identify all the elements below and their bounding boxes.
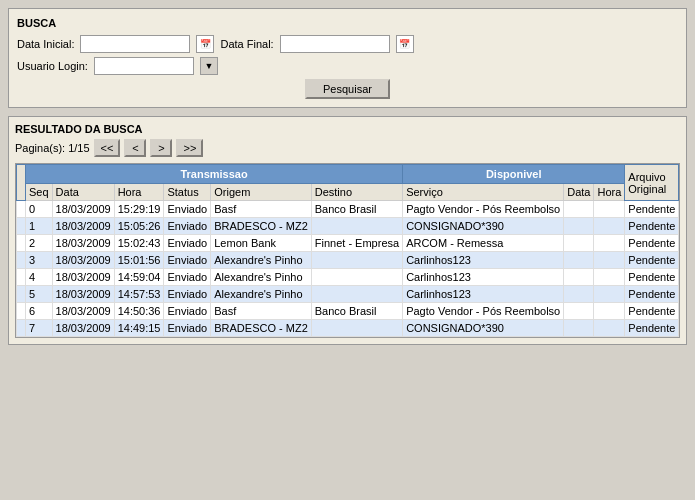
usuario-dropdown-btn[interactable]: ▼ (200, 57, 218, 75)
table-cell: BRADESCO - MZ2 (211, 218, 312, 235)
table-cell: 15:29:19 (114, 201, 164, 218)
table-cell (311, 269, 402, 286)
pagination-label: Pagina(s): 1/15 (15, 142, 90, 154)
table-cell: Enviado (164, 201, 211, 218)
pesquisar-button[interactable]: Pesquisar (305, 79, 390, 99)
table-cell: 15:02:43 (114, 235, 164, 252)
th-empty (17, 165, 26, 201)
date-row: Data Inicial: 📅 Data Final: 📅 (17, 35, 678, 53)
table-cell: Banco Brasil (311, 201, 402, 218)
table-cell: Pagto Vendor - Pós Reembolso (403, 303, 564, 320)
table-cell: Enviado (164, 320, 211, 337)
table-cell: 14:57:53 (114, 286, 164, 303)
pagination-last-btn[interactable]: >> (176, 139, 203, 157)
table-body: 018/03/200915:29:19EnviadoBasfBanco Bras… (17, 201, 681, 337)
table-cell: COLGATE.20090318150500 (679, 218, 680, 235)
data-inicial-calendar-btn[interactable]: 📅 (196, 35, 214, 53)
table-cell: COLGATE.ORSA (679, 252, 680, 269)
th-status-t: Status (164, 184, 211, 201)
table-cell: Pendente (625, 269, 679, 286)
table-cell: Finnet - Empresa (311, 235, 402, 252)
table-cell (564, 303, 594, 320)
table-cell (311, 286, 402, 303)
table-cell: 18/03/2009 (52, 286, 114, 303)
table-cell: Enviado (164, 218, 211, 235)
table-cell: 18/03/2009 (52, 252, 114, 269)
search-btn-row: Pesquisar (17, 79, 678, 99)
table-cell (594, 235, 625, 252)
table-row[interactable]: 518/03/200914:57:53EnviadoAlexandre's Pi… (17, 286, 681, 303)
table-cell (564, 252, 594, 269)
table-cell (17, 252, 26, 269)
data-final-calendar-btn[interactable]: 📅 (396, 35, 414, 53)
table-cell (594, 286, 625, 303)
table-cell (594, 269, 625, 286)
table-cell (594, 252, 625, 269)
table-row[interactable]: 218/03/200915:02:43EnviadoLemon BankFinn… (17, 235, 681, 252)
th-servico: Serviço (403, 184, 564, 201)
table-cell (17, 303, 26, 320)
th-data-t: Data (52, 184, 114, 201)
table-cell: Banco Brasil (311, 303, 402, 320)
usuario-login-input[interactable] (94, 57, 194, 75)
table-cell (311, 320, 402, 337)
table-cell: Carlinhos123 (403, 252, 564, 269)
table-row[interactable]: 018/03/200915:29:19EnviadoBasfBanco Bras… (17, 201, 681, 218)
table-cell: Basf (211, 201, 312, 218)
th-hora-d: Hora (594, 184, 625, 201)
table-row[interactable]: 718/03/200914:49:15EnviadoBRADESCO - MZ2… (17, 320, 681, 337)
pagination-prev-btn[interactable]: < (124, 139, 146, 157)
table-cell: Pendente (625, 218, 679, 235)
results-table-container: Transmissao Disponivel Arquivo Original … (15, 163, 680, 338)
table-cell: Enviado (164, 252, 211, 269)
table-row[interactable]: 618/03/200914:50:36EnviadoBasfBanco Bras… (17, 303, 681, 320)
pagination-row: Pagina(s): 1/15 << < > >> (15, 139, 680, 157)
table-cell: Pendente (625, 286, 679, 303)
table-cell: 2 (26, 235, 53, 252)
table-cell: ARCOM - Remessa (403, 235, 564, 252)
table-cell: Carlinhos123 (403, 269, 564, 286)
table-cell: Enviado (164, 235, 211, 252)
table-cell: Alexandre's Pinho (211, 269, 312, 286)
th-arquivo: Arquivo Original (625, 165, 679, 201)
table-cell: Pendente (625, 303, 679, 320)
table-cell (17, 269, 26, 286)
table-cell: rec300.xarcom01 (679, 235, 680, 252)
table-cell: 5 (26, 286, 53, 303)
th-disponivel: Disponivel (403, 165, 625, 184)
table-cell (17, 218, 26, 235)
table-cell: Pagto Vendor - Pós Reembolso (403, 201, 564, 218)
data-inicial-input[interactable] (80, 35, 190, 53)
th-scrollbar (679, 165, 680, 201)
table-row[interactable]: 418/03/200914:59:04EnviadoAlexandre's Pi… (17, 269, 681, 286)
table-cell: 1 (26, 218, 53, 235)
results-section: RESULTADO DA BUSCA Pagina(s): 1/15 << < … (8, 116, 687, 345)
table-cell (594, 303, 625, 320)
pagination-next-btn[interactable]: > (150, 139, 172, 157)
usuario-login-label: Usuario Login: (17, 60, 88, 72)
table-cell (564, 320, 594, 337)
table-cell: COLGATE.ORSA (679, 286, 680, 303)
table-cell (564, 201, 594, 218)
search-title: BUSCA (17, 17, 678, 29)
table-cell: 3 (26, 252, 53, 269)
table-cell: Carlinhos123 (403, 286, 564, 303)
usuario-row: Usuario Login: ▼ (17, 57, 678, 75)
table-cell (594, 201, 625, 218)
th-seq: Seq (26, 184, 53, 201)
main-container: BUSCA Data Inicial: 📅 Data Final: 📅 Usua… (0, 0, 695, 353)
table-cell: Alexandre's Pinho (211, 286, 312, 303)
table-cell (17, 320, 26, 337)
th-destino: Destino (311, 184, 402, 201)
table-cell: 18/03/2009 (52, 201, 114, 218)
table-cell: Pendente (625, 201, 679, 218)
table-row[interactable]: 118/03/200915:05:26EnviadoBRADESCO - MZ2… (17, 218, 681, 235)
table-cell: Lemon Bank (211, 235, 312, 252)
table-cell (17, 235, 26, 252)
table-cell: Enviado (164, 303, 211, 320)
results-title: RESULTADO DA BUSCA (15, 123, 680, 135)
table-cell: 15:05:26 (114, 218, 164, 235)
data-final-input[interactable] (280, 35, 390, 53)
table-row[interactable]: 318/03/200915:01:56EnviadoAlexandre's Pi… (17, 252, 681, 269)
pagination-first-btn[interactable]: << (94, 139, 121, 157)
